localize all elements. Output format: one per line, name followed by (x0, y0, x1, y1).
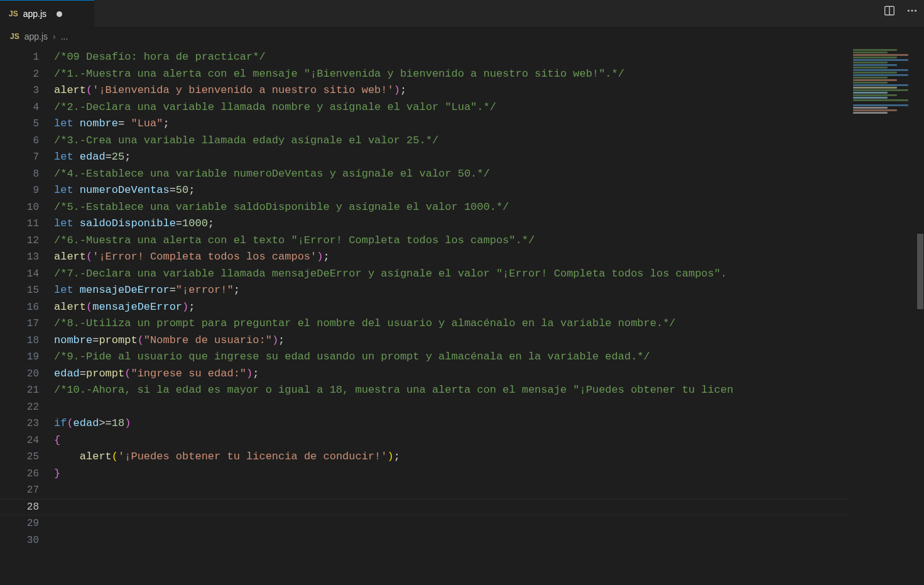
line-number: 1 (0, 49, 54, 66)
split-editor-icon[interactable] (884, 5, 895, 16)
editor-title-actions (884, 5, 918, 16)
line-number: 25 (0, 449, 54, 466)
line-number: 20 (0, 366, 54, 383)
line-number: 2 (0, 66, 54, 83)
code-line[interactable]: nombre=prompt("Nombre de usuario:"); (54, 332, 733, 349)
line-number: 15 (0, 282, 54, 299)
breadcrumb-file: app.js (24, 31, 48, 41)
line-number: 29 (0, 515, 54, 532)
code-line[interactable]: /*3.-Crea una variable llamada edady así… (54, 133, 733, 150)
line-number: 23 (0, 415, 54, 432)
line-number: 9 (0, 182, 54, 199)
minimap[interactable] (849, 45, 924, 585)
code-line[interactable]: /*9.-Pide al usuario que ingrese su edad… (54, 349, 733, 366)
code-line[interactable]: /*7.-Declara una variable llamada mensaj… (54, 266, 733, 283)
code-line[interactable]: /*2.-Declara una variable llamada nombre… (54, 99, 733, 116)
code-line[interactable] (54, 482, 733, 499)
line-number: 27 (0, 482, 54, 499)
svg-point-3 (911, 9, 913, 11)
editor-area[interactable]: 1234567891011121314151617181920212223242… (0, 45, 924, 585)
line-number: 19 (0, 349, 54, 366)
code-line[interactable]: let numeroDeVentas=50; (54, 182, 733, 199)
code-line[interactable]: } (54, 466, 733, 483)
chevron-right-icon: › (53, 31, 56, 41)
js-file-icon: JS (10, 32, 19, 41)
svg-point-2 (908, 9, 910, 11)
line-number: 22 (0, 399, 54, 416)
code-line[interactable] (54, 399, 733, 416)
breadcrumb[interactable]: JS app.js › ... (0, 28, 924, 45)
tab-bar: JS app.js (0, 0, 924, 28)
code-line[interactable] (54, 532, 733, 549)
code-line[interactable]: alert('¡Bienvenida y bienvenido a nuestr… (54, 82, 733, 99)
code-content[interactable]: /*09 Desafío: hora de practicar*//*1.-Mu… (54, 45, 733, 585)
line-number: 14 (0, 266, 54, 283)
line-number: 24 (0, 432, 54, 449)
dirty-indicator-icon (57, 11, 62, 17)
svg-point-4 (915, 9, 916, 11)
js-file-icon: JS (9, 9, 18, 18)
line-number: 28 (0, 499, 54, 516)
code-line[interactable] (54, 499, 733, 516)
scrollbar-thumb[interactable] (917, 234, 923, 309)
code-line[interactable]: alert('¡Error! Completa todos los campos… (54, 249, 733, 266)
line-number: 3 (0, 82, 54, 99)
line-number: 6 (0, 133, 54, 150)
line-number: 18 (0, 332, 54, 349)
line-number: 5 (0, 116, 54, 133)
line-number: 17 (0, 315, 54, 332)
line-number: 13 (0, 249, 54, 266)
more-icon[interactable] (906, 5, 918, 16)
code-line[interactable]: /*1.-Muestra una alerta con el mensaje "… (54, 66, 733, 83)
line-number: 10 (0, 199, 54, 216)
line-number: 16 (0, 299, 54, 316)
minimap-content (849, 45, 924, 118)
tab-app-js[interactable]: JS app.js (0, 0, 94, 27)
code-line[interactable]: let mensajeDeError="¡error!"; (54, 282, 733, 299)
code-line[interactable]: /*10.-Ahora, si la edad es mayor o igual… (54, 382, 733, 399)
line-number-gutter: 1234567891011121314151617181920212223242… (0, 45, 54, 585)
code-line[interactable]: /*09 Desafío: hora de practicar*/ (54, 49, 733, 66)
code-line[interactable]: /*4.-Establece una variable numeroDeVent… (54, 166, 733, 183)
code-line[interactable]: { (54, 432, 733, 449)
line-number: 12 (0, 232, 54, 249)
code-line[interactable]: /*6.-Muestra una alerta con el texto "¡E… (54, 232, 733, 249)
line-number: 4 (0, 99, 54, 116)
line-number: 30 (0, 532, 54, 549)
code-line[interactable]: edad=prompt("ingrese su edad:"); (54, 366, 733, 383)
code-line[interactable]: let edad=25; (54, 149, 733, 166)
code-line[interactable]: alert(mensajeDeError); (54, 299, 733, 316)
line-number: 8 (0, 166, 54, 183)
line-number: 11 (0, 216, 54, 232)
code-line[interactable]: /*8.-Utiliza un prompt para preguntar el… (54, 315, 733, 332)
code-line[interactable]: let nombre= "Lua"; (54, 116, 733, 133)
line-number: 7 (0, 149, 54, 166)
code-line[interactable] (54, 515, 733, 532)
breadcrumb-tail: ... (61, 31, 68, 41)
vertical-scrollbar[interactable] (916, 45, 924, 585)
code-line[interactable]: let saldoDisponible=1000; (54, 216, 733, 232)
code-line[interactable]: alert('¡Puedes obtener tu licencia de co… (54, 449, 733, 466)
code-line[interactable]: if(edad>=18) (54, 415, 733, 432)
line-number: 21 (0, 382, 54, 399)
code-line[interactable]: /*5.-Establece una variable saldoDisponi… (54, 199, 733, 216)
line-number: 26 (0, 466, 54, 483)
tab-label: app.js (23, 9, 46, 19)
